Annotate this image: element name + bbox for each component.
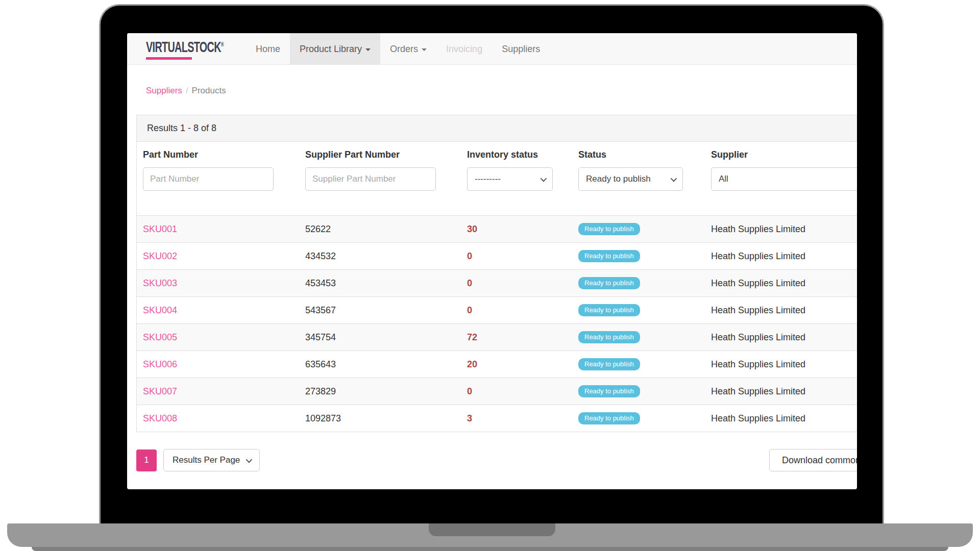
chevron-down-icon (246, 456, 253, 463)
column-header-inventory-status: Inventory status (461, 142, 572, 166)
supplier-select[interactable]: All (711, 167, 857, 191)
supplier-cell: Heath Supplies Limited (705, 297, 857, 324)
supplier-selected-value: All (719, 174, 728, 184)
supplier-cell: Heath Supplies Limited (705, 324, 857, 351)
status-badge: Ready to publish (578, 304, 640, 316)
status-badge: Ready to publish (578, 277, 640, 289)
inventory-value: 0 (467, 278, 472, 288)
supplier-part-number-cell: 543567 (299, 297, 461, 324)
part-number-link[interactable]: SKU001 (143, 224, 177, 234)
download-common-button[interactable]: Download common (769, 449, 857, 471)
supplier-part-number-filter-input[interactable] (305, 167, 436, 191)
part-number-link[interactable]: SKU006 (143, 359, 177, 369)
status-badge: Ready to publish (578, 358, 640, 370)
status-badge: Ready to publish (578, 223, 640, 235)
nav-item-invoicing: Invoicing (436, 33, 492, 64)
brand-logo[interactable]: VIRTUALSTOCK® (146, 33, 223, 64)
table-row: SKU002 434532 0 Ready to publish Heath S… (137, 243, 857, 270)
table-footer: 1 Results Per Page Download common (136, 449, 848, 471)
chevron-down-icon (541, 175, 547, 182)
status-badge: Ready to publish (578, 250, 640, 262)
table-row: SKU006 635643 20 Ready to publish Heath … (137, 351, 857, 378)
page-1-button[interactable]: 1 (136, 449, 157, 471)
column-header-status: Status (572, 142, 705, 166)
nav-item-home[interactable]: Home (246, 33, 290, 64)
status-badge: Ready to publish (578, 331, 640, 343)
table-row: SKU001 52622 30 Ready to publish Heath S… (137, 216, 857, 243)
inventory-status-select[interactable]: --------- (467, 167, 553, 191)
supplier-part-number-cell: 1092873 (299, 405, 461, 432)
breadcrumb-current-products: Products (192, 86, 226, 95)
inventory-value: 20 (467, 359, 477, 369)
breadcrumb-separator: / (182, 86, 192, 95)
column-header-part-number: Part Number (137, 142, 299, 166)
column-header-supplier-part-number: Supplier Part Number (299, 142, 461, 166)
supplier-part-number-cell: 635643 (299, 351, 461, 378)
table-header-row: Part Number Supplier Part Number Invento… (137, 142, 857, 166)
supplier-part-number-cell: 273829 (299, 378, 461, 405)
app-screen: VIRTUALSTOCK® Home Product Library Order… (127, 33, 857, 489)
supplier-cell: Heath Supplies Limited (705, 351, 857, 378)
supplier-part-number-cell: 52622 (299, 216, 461, 243)
inventory-value: 30 (467, 224, 477, 234)
status-badge: Ready to publish (578, 385, 640, 397)
part-number-link[interactable]: SKU003 (143, 278, 177, 288)
supplier-cell: Heath Supplies Limited (705, 405, 857, 432)
results-per-page-select[interactable]: Results Per Page (163, 449, 260, 471)
nav-item-suppliers[interactable]: Suppliers (492, 33, 550, 64)
chevron-down-icon (671, 175, 677, 182)
brand-logo-underline (146, 57, 192, 60)
part-number-link[interactable]: SKU002 (143, 251, 177, 261)
breadcrumb-link-suppliers[interactable]: Suppliers (146, 86, 182, 95)
supplier-cell: Heath Supplies Limited (705, 270, 857, 297)
supplier-cell: Heath Supplies Limited (705, 216, 857, 243)
supplier-part-number-cell: 345754 (299, 324, 461, 351)
inventory-value: 0 (467, 386, 472, 396)
results-per-page-label: Results Per Page (173, 455, 240, 465)
table-row: SKU003 453453 0 Ready to publish Heath S… (137, 270, 857, 297)
part-number-link[interactable]: SKU005 (143, 332, 177, 342)
part-number-link[interactable]: SKU007 (143, 386, 177, 396)
registered-mark: ® (221, 41, 224, 48)
laptop-base-lip (32, 547, 948, 551)
status-select[interactable]: Ready to publish (578, 167, 683, 191)
supplier-part-number-cell: 434532 (299, 243, 461, 270)
table-row: SKU008 1092873 3 Ready to publish Heath … (137, 405, 857, 432)
column-header-supplier: Supplier (705, 142, 857, 166)
part-number-link[interactable]: SKU008 (143, 413, 177, 423)
navbar: VIRTUALSTOCK® Home Product Library Order… (127, 33, 857, 65)
inventory-status-selected-value: --------- (475, 174, 501, 184)
results-panel: Results 1 - 8 of 8 Part Number Supplier … (136, 115, 857, 432)
nav-item-product-library[interactable]: Product Library (290, 33, 380, 64)
part-number-link[interactable]: SKU004 (143, 305, 177, 315)
products-table: Part Number Supplier Part Number Invento… (137, 142, 857, 432)
nav-item-label: Product Library (300, 44, 362, 54)
laptop-base-notch (429, 523, 555, 536)
table-row: SKU005 345754 72 Ready to publish Heath … (137, 324, 857, 351)
nav-item-orders[interactable]: Orders (380, 33, 436, 64)
main-nav: Home Product Library Orders Invoicing Su… (246, 33, 550, 64)
brand-logo-text: VIRTUALSTOCK® (146, 38, 197, 56)
inventory-value: 3 (467, 413, 472, 423)
table-row: SKU007 273829 0 Ready to publish Heath S… (137, 378, 857, 405)
status-badge: Ready to publish (578, 412, 640, 424)
supplier-part-number-cell: 453453 (299, 270, 461, 297)
supplier-cell: Heath Supplies Limited (705, 243, 857, 270)
inventory-value: 0 (467, 251, 472, 261)
caret-down-icon (365, 48, 371, 51)
table-row: SKU004 543567 0 Ready to publish Heath S… (137, 297, 857, 324)
results-summary: Results 1 - 8 of 8 (137, 115, 857, 142)
caret-down-icon (422, 48, 427, 51)
laptop-mockup: VIRTUALSTOCK® Home Product Library Order… (0, 0, 980, 551)
breadcrumb: Suppliers/Products (146, 86, 857, 96)
status-selected-value: Ready to publish (586, 174, 651, 184)
part-number-filter-input[interactable] (143, 167, 274, 191)
supplier-cell: Heath Supplies Limited (705, 378, 857, 405)
inventory-value: 0 (467, 305, 472, 315)
inventory-value: 72 (467, 332, 477, 342)
filter-row: --------- Ready to publish (137, 166, 857, 216)
nav-item-label: Orders (390, 44, 418, 54)
table-body: SKU001 52622 30 Ready to publish Heath S… (137, 216, 857, 432)
